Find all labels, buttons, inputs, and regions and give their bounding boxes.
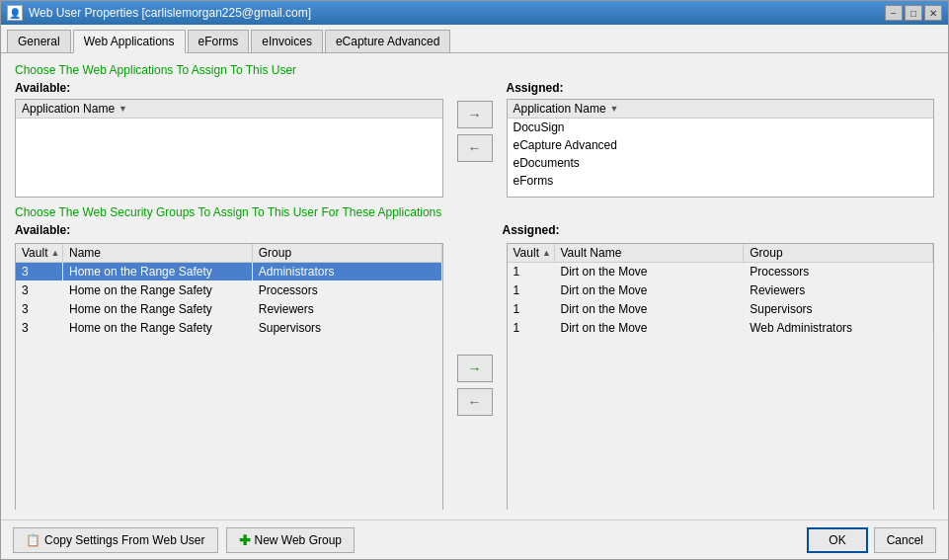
vault-cell: 1: [508, 300, 555, 318]
groups-assigned-header: Vault▲ Vault Name Group: [508, 244, 934, 263]
vault-cell: 3: [16, 281, 63, 299]
footer-left-buttons: 📋 Copy Settings From Web User ✚ New Web …: [13, 527, 799, 553]
groups-section-title: Choose The Web Security Groups To Assign…: [15, 205, 934, 219]
groups-section: Choose The Web Security Groups To Assign…: [15, 205, 934, 510]
applications-section: Choose The Web Applications To Assign To…: [15, 63, 934, 198]
apps-unassign-button[interactable]: ←: [457, 134, 493, 162]
name-cell: Home on the Range Safety: [63, 263, 253, 280]
window-controls: − □ ✕: [885, 5, 942, 21]
apps-available-listbox[interactable]: Application Name ▼: [15, 99, 443, 198]
cancel-button[interactable]: Cancel: [874, 527, 936, 553]
groups-unassign-button[interactable]: ←: [457, 388, 493, 416]
footer: 📋 Copy Settings From Web User ✚ New Web …: [1, 520, 948, 559]
vaultname-cell: Dirt on the Move: [555, 263, 745, 280]
group-cell: Administrators: [253, 263, 442, 280]
groups-available-col-vault: Vault▲: [16, 244, 63, 262]
apps-available-header: Application Name ▼: [16, 100, 442, 119]
group-cell: Web Administrators: [744, 319, 933, 337]
new-web-group-button[interactable]: ✚ New Web Group: [226, 527, 355, 553]
apps-available-panel: Available: Application Name ▼: [15, 81, 443, 198]
ok-button[interactable]: OK: [807, 527, 867, 553]
vault-sort-arrow: ▲: [50, 248, 59, 258]
tab-eforms[interactable]: eForms: [188, 30, 250, 53]
table-row[interactable]: 3 Home on the Range Safety Processors: [16, 281, 442, 300]
maximize-button[interactable]: □: [905, 5, 922, 21]
apps-assigned-panel: Assigned: Application Name ▼ DocuSign eC…: [507, 81, 935, 198]
group-cell: Processors: [744, 263, 933, 280]
groups-content: Available: Assigned: Vault▲: [15, 223, 934, 510]
groups-assign-button[interactable]: →: [457, 355, 493, 382]
group-cell: Supervisors: [744, 300, 933, 318]
groups-available-col-group: Group: [253, 244, 442, 262]
groups-available-col-name: Name: [63, 244, 253, 262]
apps-available-label: Available:: [15, 81, 443, 95]
apps-assigned-label: Assigned:: [507, 81, 935, 95]
copy-icon: 📋: [26, 533, 40, 547]
list-item[interactable]: DocuSign: [508, 119, 934, 136]
table-row[interactable]: 3 Home on the Range Safety Supervisors: [16, 319, 442, 338]
apps-assigned-sort-arrow: ▼: [610, 104, 619, 114]
group-cell: Reviewers: [253, 300, 442, 318]
close-button[interactable]: ✕: [924, 5, 942, 21]
tab-content: Choose The Web Applications To Assign To…: [1, 53, 948, 520]
list-item[interactable]: eDocuments: [508, 154, 934, 172]
name-cell: Home on the Range Safety: [63, 281, 253, 299]
vaultname-cell: Dirt on the Move: [555, 319, 745, 337]
table-row[interactable]: 1 Dirt on the Move Reviewers: [508, 281, 934, 300]
groups-assigned-col-vaultname: Vault Name: [555, 244, 745, 262]
groups-available-header: Vault▲ Name Group: [16, 244, 442, 263]
vaultname-cell: Dirt on the Move: [555, 281, 745, 299]
apps-available-sort-arrow: ▼: [119, 104, 127, 114]
apps-assign-button[interactable]: →: [457, 101, 493, 128]
plus-icon: ✚: [239, 532, 251, 548]
apps-assigned-listbox[interactable]: Application Name ▼ DocuSign eCapture Adv…: [507, 99, 935, 198]
minimize-button[interactable]: −: [885, 5, 903, 21]
tab-web-applications[interactable]: Web Applications: [73, 30, 186, 53]
apps-assigned-header: Application Name ▼: [508, 100, 934, 119]
main-window: 👤 Web User Properties [carlislemorgan225…: [0, 0, 949, 560]
apps-section-title: Choose The Web Applications To Assign To…: [15, 63, 934, 77]
groups-available-table[interactable]: Vault▲ Name Group 3 Home on the Range Sa…: [15, 243, 443, 510]
group-cell: Processors: [253, 281, 442, 299]
list-item[interactable]: eCapture Advanced: [508, 136, 934, 154]
tab-ecapture-advanced[interactable]: eCapture Advanced: [325, 30, 450, 53]
groups-assigned-table[interactable]: Vault▲ Vault Name Group 1 Dirt on the Mo…: [507, 243, 935, 510]
name-cell: Home on the Range Safety: [63, 319, 253, 337]
vaultname-cell: Dirt on the Move: [555, 300, 745, 318]
groups-assigned-label: Assigned:: [503, 223, 935, 237]
table-row[interactable]: 3 Home on the Range Safety Reviewers: [16, 300, 442, 319]
name-cell: Home on the Range Safety: [63, 300, 253, 318]
groups-arrow-buttons: → ←: [451, 243, 499, 510]
table-row[interactable]: 3 Home on the Range Safety Administrator…: [16, 263, 442, 281]
apps-lists-container: Available: Application Name ▼ → ← Assi: [15, 81, 934, 198]
vault-sort-arrow: ▲: [542, 248, 551, 258]
vault-cell: 1: [508, 281, 555, 299]
window-title: Web User Properties [carlislemorgan225@g…: [29, 6, 885, 20]
vault-cell: 3: [16, 319, 63, 337]
copy-settings-button[interactable]: 📋 Copy Settings From Web User: [13, 527, 218, 553]
groups-inner: Vault▲ Name Group 3 Home on the Range Sa…: [15, 243, 934, 510]
table-row[interactable]: 1 Dirt on the Move Processors: [508, 263, 934, 281]
group-cell: Reviewers: [744, 281, 933, 299]
vault-cell: 3: [16, 300, 63, 318]
table-row[interactable]: 1 Dirt on the Move Supervisors: [508, 300, 934, 319]
apps-arrow-buttons: → ←: [451, 81, 499, 182]
window-icon: 👤: [7, 5, 23, 21]
groups-assigned-panel: Vault▲ Vault Name Group 1 Dirt on the Mo…: [507, 243, 935, 510]
vault-cell: 1: [508, 319, 555, 337]
groups-available-panel: Vault▲ Name Group 3 Home on the Range Sa…: [15, 243, 443, 510]
group-cell: Supervisors: [253, 319, 442, 337]
table-row[interactable]: 1 Dirt on the Move Web Administrators: [508, 319, 934, 338]
tabs-bar: General Web Applications eForms eInvoice…: [1, 25, 948, 53]
vault-cell: 3: [16, 263, 63, 280]
vault-cell: 1: [508, 263, 555, 280]
groups-assigned-col-group: Group: [744, 244, 933, 262]
groups-available-label: Available:: [15, 223, 447, 237]
title-bar: 👤 Web User Properties [carlislemorgan225…: [1, 1, 948, 25]
footer-right-buttons: OK Cancel: [807, 527, 936, 553]
tab-einvoices[interactable]: eInvoices: [251, 30, 323, 53]
list-item[interactable]: eForms: [508, 172, 934, 190]
groups-assigned-col-vault: Vault▲: [508, 244, 555, 262]
tab-general[interactable]: General: [7, 30, 71, 53]
